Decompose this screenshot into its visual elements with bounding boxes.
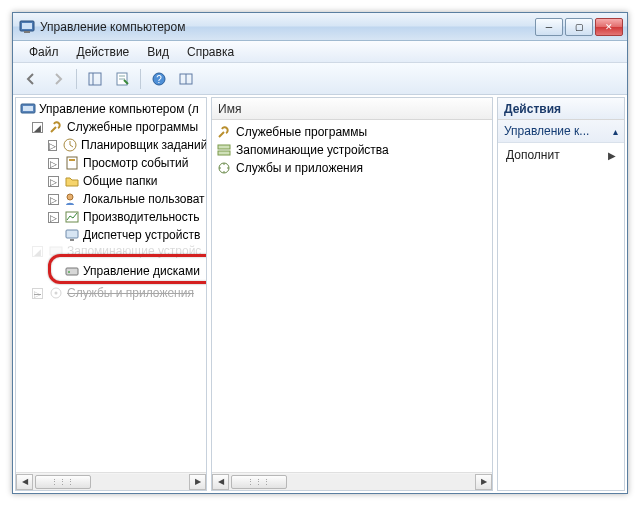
tree-disk-management[interactable]: Управление дисками: [18, 262, 206, 280]
list-item[interactable]: Служебные программы: [216, 123, 488, 141]
scroll-thumb[interactable]: ⋮⋮⋮: [35, 475, 91, 489]
titlebar: Управление компьютером ─ ▢ ✕: [13, 13, 627, 41]
result-list[interactable]: Служебные программы Запоминающие устройс…: [212, 120, 492, 472]
tree-panel: Управление компьютером (л ◢ Служебные пр…: [15, 97, 207, 491]
performance-icon: [64, 209, 80, 225]
app-icon: [19, 19, 35, 35]
tree-shared-folders[interactable]: ▷ Общие папки: [18, 172, 206, 190]
clock-icon: [62, 137, 78, 153]
collapse-icon[interactable]: ▴: [613, 126, 618, 137]
chevron-right-icon: ▶: [608, 150, 616, 161]
tree-local-users[interactable]: ▷ Локальные пользоват: [18, 190, 206, 208]
tools-icon: [48, 119, 64, 135]
svg-text:?: ?: [156, 74, 162, 85]
expander-icon[interactable]: ▷: [48, 140, 57, 151]
storage-icon: [216, 142, 232, 158]
scroll-left-icon[interactable]: ◀: [212, 474, 229, 490]
tree-performance[interactable]: ▷ Производительность: [18, 208, 206, 226]
tree-root[interactable]: Управление компьютером (л: [18, 100, 206, 118]
toolbar: ?: [13, 63, 627, 95]
toolbar-separator: [76, 69, 77, 89]
console-tree[interactable]: Управление компьютером (л ◢ Служебные пр…: [16, 98, 206, 472]
expander-icon[interactable]: ▷: [48, 194, 59, 205]
expander-icon[interactable]: ▷: [48, 212, 59, 223]
svg-rect-21: [50, 247, 62, 255]
list-hscrollbar[interactable]: ◀ ⋮⋮⋮ ▶: [212, 472, 492, 490]
actions-group-title[interactable]: Управление к... ▴: [498, 120, 624, 143]
expander-icon[interactable]: ▷: [32, 288, 43, 299]
scroll-right-icon[interactable]: ▶: [189, 474, 206, 490]
storage-icon: [48, 244, 64, 258]
tree-task-scheduler[interactable]: ▷ Планировщик заданий: [18, 136, 206, 154]
menu-file[interactable]: Файл: [21, 43, 67, 61]
services-icon: [48, 285, 64, 301]
back-button[interactable]: [19, 67, 43, 91]
svg-rect-16: [69, 159, 75, 161]
computer-mgmt-icon: [20, 101, 36, 117]
window-controls: ─ ▢ ✕: [535, 18, 623, 36]
client-area: Управление компьютером (л ◢ Служебные пр…: [13, 95, 627, 493]
maximize-button[interactable]: ▢: [565, 18, 593, 36]
svg-rect-15: [67, 157, 77, 169]
properties-button[interactable]: [110, 67, 134, 91]
services-icon: [216, 160, 232, 176]
users-icon: [64, 191, 80, 207]
device-icon: [64, 227, 80, 243]
action-more[interactable]: Дополнит ▶: [498, 143, 624, 167]
svg-point-17: [67, 194, 73, 200]
tree-event-viewer[interactable]: ▷ Просмотр событий: [18, 154, 206, 172]
close-button[interactable]: ✕: [595, 18, 623, 36]
event-icon: [64, 155, 80, 171]
expander-icon[interactable]: ◢: [32, 122, 43, 133]
actions-body: Управление к... ▴ Дополнит ▶: [498, 120, 624, 490]
expander-icon[interactable]: ◢: [32, 246, 43, 257]
tree-hscrollbar[interactable]: ◀ ⋮⋮⋮ ▶: [16, 472, 206, 490]
list-panel: Имя Служебные программы Запоминающие уст…: [211, 97, 493, 491]
folder-icon: [64, 173, 80, 189]
svg-rect-26: [218, 145, 230, 149]
toolbar-separator: [140, 69, 141, 89]
list-item[interactable]: Запоминающие устройства: [216, 141, 488, 159]
actions-panel: Действия Управление к... ▴ Дополнит ▶: [497, 97, 625, 491]
expander-icon[interactable]: ▷: [48, 176, 59, 187]
help-button[interactable]: ?: [147, 67, 171, 91]
svg-rect-27: [218, 151, 230, 155]
svg-rect-19: [66, 230, 78, 238]
svg-rect-13: [23, 106, 33, 111]
svg-rect-20: [70, 239, 74, 241]
svg-point-23: [68, 271, 70, 273]
minimize-button[interactable]: ─: [535, 18, 563, 36]
svg-rect-3: [89, 73, 101, 85]
svg-point-25: [55, 292, 58, 295]
svg-rect-2: [24, 31, 30, 33]
app-window: Управление компьютером ─ ▢ ✕ Файл Действ…: [12, 12, 628, 494]
disk-icon: [64, 263, 80, 279]
column-header-name[interactable]: Имя: [212, 98, 492, 120]
svg-rect-22: [66, 268, 78, 275]
tree-services-apps[interactable]: ▷ Службы и приложения: [18, 284, 206, 302]
menu-help[interactable]: Справка: [179, 43, 242, 61]
svg-rect-1: [22, 23, 32, 29]
window-title: Управление компьютером: [40, 20, 530, 34]
show-hide-tree-button[interactable]: [83, 67, 107, 91]
expander-icon[interactable]: ▷: [48, 158, 59, 169]
menu-action[interactable]: Действие: [69, 43, 138, 61]
menubar: Файл Действие Вид Справка: [13, 41, 627, 63]
list-item[interactable]: Службы и приложения: [216, 159, 488, 177]
tree-system-tools[interactable]: ◢ Служебные программы: [18, 118, 206, 136]
scroll-right-icon[interactable]: ▶: [475, 474, 492, 490]
toolbar-extra-button[interactable]: [174, 67, 198, 91]
tools-icon: [216, 124, 232, 140]
tree-storage[interactable]: ◢ Запоминающие устройс: [18, 244, 206, 258]
actions-header: Действия: [498, 98, 624, 120]
menu-view[interactable]: Вид: [139, 43, 177, 61]
scroll-thumb[interactable]: ⋮⋮⋮: [231, 475, 287, 489]
tree-device-manager[interactable]: Диспетчер устройств: [18, 226, 206, 244]
scroll-left-icon[interactable]: ◀: [16, 474, 33, 490]
forward-button[interactable]: [46, 67, 70, 91]
